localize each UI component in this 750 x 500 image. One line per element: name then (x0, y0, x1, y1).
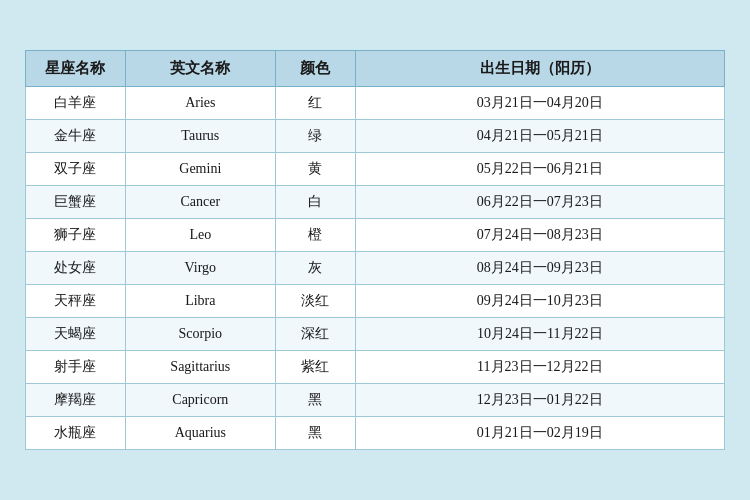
cell-english: Aquarius (125, 417, 275, 450)
cell-english: Gemini (125, 153, 275, 186)
header-chinese: 星座名称 (26, 51, 126, 87)
cell-date: 09月24日一10月23日 (355, 285, 724, 318)
table-header-row: 星座名称 英文名称 颜色 出生日期（阳历） (26, 51, 725, 87)
table-row: 天蝎座Scorpio深红10月24日一11月22日 (26, 318, 725, 351)
cell-english: Leo (125, 219, 275, 252)
cell-date: 08月24日一09月23日 (355, 252, 724, 285)
cell-color: 白 (275, 186, 355, 219)
table-body: 白羊座Aries红03月21日一04月20日金牛座Taurus绿04月21日一0… (26, 87, 725, 450)
cell-chinese: 白羊座 (26, 87, 126, 120)
table-row: 摩羯座Capricorn黑12月23日一01月22日 (26, 384, 725, 417)
cell-chinese: 水瓶座 (26, 417, 126, 450)
cell-date: 11月23日一12月22日 (355, 351, 724, 384)
cell-color: 红 (275, 87, 355, 120)
cell-english: Scorpio (125, 318, 275, 351)
cell-chinese: 巨蟹座 (26, 186, 126, 219)
cell-chinese: 金牛座 (26, 120, 126, 153)
header-color: 颜色 (275, 51, 355, 87)
cell-chinese: 天秤座 (26, 285, 126, 318)
cell-date: 04月21日一05月21日 (355, 120, 724, 153)
cell-color: 绿 (275, 120, 355, 153)
cell-color: 黑 (275, 417, 355, 450)
zodiac-table-container: 星座名称 英文名称 颜色 出生日期（阳历） 白羊座Aries红03月21日一04… (15, 40, 735, 460)
cell-color: 紫红 (275, 351, 355, 384)
zodiac-table: 星座名称 英文名称 颜色 出生日期（阳历） 白羊座Aries红03月21日一04… (25, 50, 725, 450)
cell-chinese: 狮子座 (26, 219, 126, 252)
cell-english: Cancer (125, 186, 275, 219)
cell-color: 淡红 (275, 285, 355, 318)
cell-color: 橙 (275, 219, 355, 252)
header-date: 出生日期（阳历） (355, 51, 724, 87)
cell-date: 12月23日一01月22日 (355, 384, 724, 417)
table-row: 天秤座Libra淡红09月24日一10月23日 (26, 285, 725, 318)
header-english: 英文名称 (125, 51, 275, 87)
cell-chinese: 射手座 (26, 351, 126, 384)
table-row: 金牛座Taurus绿04月21日一05月21日 (26, 120, 725, 153)
cell-color: 灰 (275, 252, 355, 285)
cell-chinese: 双子座 (26, 153, 126, 186)
cell-color: 深红 (275, 318, 355, 351)
cell-date: 10月24日一11月22日 (355, 318, 724, 351)
cell-date: 01月21日一02月19日 (355, 417, 724, 450)
cell-chinese: 处女座 (26, 252, 126, 285)
cell-date: 07月24日一08月23日 (355, 219, 724, 252)
cell-english: Capricorn (125, 384, 275, 417)
table-row: 双子座Gemini黄05月22日一06月21日 (26, 153, 725, 186)
cell-english: Taurus (125, 120, 275, 153)
cell-color: 黄 (275, 153, 355, 186)
cell-date: 03月21日一04月20日 (355, 87, 724, 120)
cell-english: Aries (125, 87, 275, 120)
table-row: 白羊座Aries红03月21日一04月20日 (26, 87, 725, 120)
table-row: 射手座Sagittarius紫红11月23日一12月22日 (26, 351, 725, 384)
cell-color: 黑 (275, 384, 355, 417)
table-row: 处女座Virgo灰08月24日一09月23日 (26, 252, 725, 285)
cell-chinese: 摩羯座 (26, 384, 126, 417)
cell-english: Sagittarius (125, 351, 275, 384)
table-row: 水瓶座Aquarius黑01月21日一02月19日 (26, 417, 725, 450)
cell-chinese: 天蝎座 (26, 318, 126, 351)
cell-english: Libra (125, 285, 275, 318)
cell-date: 05月22日一06月21日 (355, 153, 724, 186)
table-row: 巨蟹座Cancer白06月22日一07月23日 (26, 186, 725, 219)
cell-english: Virgo (125, 252, 275, 285)
table-row: 狮子座Leo橙07月24日一08月23日 (26, 219, 725, 252)
cell-date: 06月22日一07月23日 (355, 186, 724, 219)
